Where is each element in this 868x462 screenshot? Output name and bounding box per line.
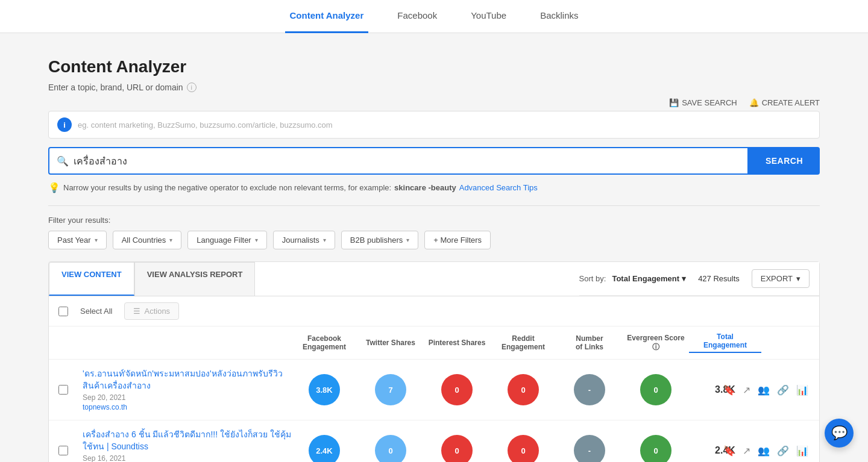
chat-bubble-button[interactable]: 💬: [825, 419, 854, 448]
links-2: -: [556, 435, 623, 462]
alert-icon: 🔔: [749, 98, 759, 107]
select-all-checkbox[interactable]: [58, 307, 68, 316]
pin-shares-1: 0: [424, 374, 490, 405]
tw-shares-2: 0: [357, 435, 424, 462]
chevron-down-icon: ▾: [323, 237, 326, 243]
tab-view-analysis[interactable]: VIEW ANALYSIS REPORT: [134, 262, 256, 296]
links-1: -: [556, 374, 623, 405]
article-title-2[interactable]: เครื่องสำอาง 6 ชิ้น มีแล้วชีวิตดีมาก!!! …: [83, 429, 291, 452]
search-input[interactable]: [74, 148, 740, 173]
save-search-button[interactable]: 💾 SAVE SEARCH: [669, 98, 737, 107]
search-input-wrap: 🔍: [48, 147, 749, 175]
nav-item-youtube[interactable]: YouTube: [466, 0, 511, 33]
fb-badge-1: 3.8K: [309, 374, 340, 405]
more-filters-button[interactable]: + More Filters: [424, 231, 491, 249]
bookmark-button-1[interactable]: 🔖: [722, 383, 737, 397]
sort-select[interactable]: Total Engagement ▾: [612, 274, 686, 283]
share-button-2[interactable]: ↗: [741, 444, 752, 458]
filter-countries[interactable]: All Countries ▾: [113, 231, 182, 249]
chevron-down-icon: ▾: [682, 274, 686, 283]
row-actions-2: 🔖 ↗ 👥 🔗 📊: [761, 444, 810, 458]
article-info-2: เครื่องสำอาง 6 ชิ้น มีแล้วชีวิตดีมาก!!! …: [83, 429, 291, 462]
info-icon[interactable]: i: [187, 83, 197, 92]
header-twitter-col: Twitter Shares: [357, 339, 424, 347]
search-actions-row: 💾 SAVE SEARCH 🔔 CREATE ALERT: [48, 98, 820, 107]
filter-past-year[interactable]: Past Year ▾: [48, 231, 107, 249]
header-facebook-col: Facebook Engagement: [291, 334, 357, 351]
search-button[interactable]: SEARCH: [749, 147, 820, 175]
article-date-2: Sep 16, 2021: [83, 454, 291, 462]
sort-label: Sort by:: [579, 274, 606, 283]
article-source-1[interactable]: topnews.co.th: [83, 403, 291, 411]
table-row: 'ดร.อานนท์'จัดหนัก'พระมหาสมปอง'หลังว่อนภ…: [49, 360, 819, 420]
advanced-search-tips-link[interactable]: Advanced Search Tips: [459, 183, 538, 192]
header-pinterest-col: Pinterest Shares: [424, 339, 490, 347]
tw-shares-1: 7: [357, 374, 424, 405]
pin-shares-2: 0: [424, 435, 490, 462]
chevron-down-icon: ▾: [406, 237, 409, 243]
people-button-1[interactable]: 👥: [756, 383, 771, 397]
article-title-1[interactable]: 'ดร.อานนท์'จัดหนัก'พระมหาสมปอง'หลังว่อนภ…: [83, 368, 291, 392]
table-row: เครื่องสำอาง 6 ชิ้น มีแล้วชีวิตดีมาก!!! …: [49, 420, 819, 462]
evergreen-2: 0: [623, 435, 689, 462]
search-hint-bar: i eg. content marketing, BuzzSumo, buzzs…: [48, 111, 820, 139]
tw-badge-1: 7: [375, 374, 406, 405]
links-badge-1: -: [574, 374, 605, 405]
evergreen-badge-2: 0: [640, 435, 671, 462]
export-button[interactable]: EXPORT ▾: [752, 269, 810, 288]
nav-item-facebook[interactable]: Facebook: [392, 0, 442, 33]
select-all-row: Select All ☰ Actions: [49, 296, 819, 326]
article-date-1: Sep 20, 2021: [83, 393, 291, 402]
reddit-engagement-1: 0: [490, 374, 556, 405]
header-links-col: Numberof Links: [556, 334, 623, 351]
tip-row: 💡 Narrow your results by using the negat…: [48, 182, 820, 193]
results-bar: Sort by: Total Engagement ▾ 427 Results …: [579, 262, 819, 296]
top-navigation: Content Analyzer Facebook YouTube Backli…: [0, 0, 868, 33]
row-checkbox-1[interactable]: [58, 385, 68, 395]
actions-icon: ☰: [133, 307, 140, 316]
actions-button[interactable]: ☰ Actions: [124, 302, 179, 320]
header-total-col: TotalEngagement: [689, 332, 761, 353]
filter-label: Filter your results:: [48, 216, 820, 225]
hint-icon: i: [57, 117, 72, 132]
header-evergreen-col: Evergreen Score ⓘ: [623, 334, 689, 352]
evergreen-badge-1: 0: [640, 374, 671, 405]
filter-language[interactable]: Language Filter ▾: [187, 231, 266, 249]
bookmark-button-2[interactable]: 🔖: [722, 444, 737, 458]
people-button-2[interactable]: 👥: [756, 444, 771, 458]
evergreen-1: 0: [623, 374, 689, 405]
pin-badge-2: 0: [441, 435, 473, 462]
chevron-down-icon: ▾: [169, 237, 172, 243]
page-title: Content Analyzer: [48, 57, 820, 76]
pin-badge-1: 0: [441, 374, 473, 405]
filter-b2b-publishers[interactable]: B2B publishers ▾: [341, 231, 418, 249]
share-button-1[interactable]: ↗: [741, 383, 752, 397]
main-content: Content Analyzer Enter a topic, brand, U…: [18, 33, 850, 462]
article-info-1: 'ดร.อานนท์'จัดหนัก'พระมหาสมปอง'หลังว่อนภ…: [83, 368, 291, 411]
chart-button-1[interactable]: 📊: [795, 383, 810, 397]
filter-journalists[interactable]: Journalists ▾: [273, 231, 335, 249]
chart-button-2[interactable]: 📊: [795, 444, 810, 458]
reddit-engagement-2: 0: [490, 435, 556, 462]
fb-engagement-1: 3.8K: [291, 374, 357, 405]
row-actions-1: 🔖 ↗ 👥 🔗 📊: [761, 383, 810, 397]
save-icon: 💾: [669, 98, 679, 107]
create-alert-button[interactable]: 🔔 CREATE ALERT: [749, 98, 820, 107]
search-row: 🔍 SEARCH: [48, 147, 820, 175]
tab-view-content[interactable]: VIEW CONTENT: [49, 262, 134, 296]
nav-item-backlinks[interactable]: Backlinks: [535, 0, 583, 33]
chevron-down-icon: ▾: [255, 237, 258, 243]
link-button-1[interactable]: 🔗: [776, 383, 790, 397]
chevron-down-icon: ▾: [796, 274, 800, 283]
results-count: 427 Results: [698, 274, 740, 283]
link-button-2[interactable]: 🔗: [776, 444, 790, 458]
select-all-label: Select All: [80, 307, 112, 316]
tabs-row: VIEW CONTENT VIEW ANALYSIS REPORT Sort b…: [49, 262, 819, 296]
row-checkbox-2[interactable]: [58, 446, 68, 455]
search-icon: 🔍: [57, 155, 69, 167]
nav-item-content-analyzer[interactable]: Content Analyzer: [285, 0, 369, 33]
reddit-badge-1: 0: [508, 374, 539, 405]
chat-icon: 💬: [831, 425, 848, 441]
tip-example: skincare -beauty: [394, 183, 456, 192]
filters-row: Past Year ▾ All Countries ▾ Language Fil…: [48, 231, 820, 249]
